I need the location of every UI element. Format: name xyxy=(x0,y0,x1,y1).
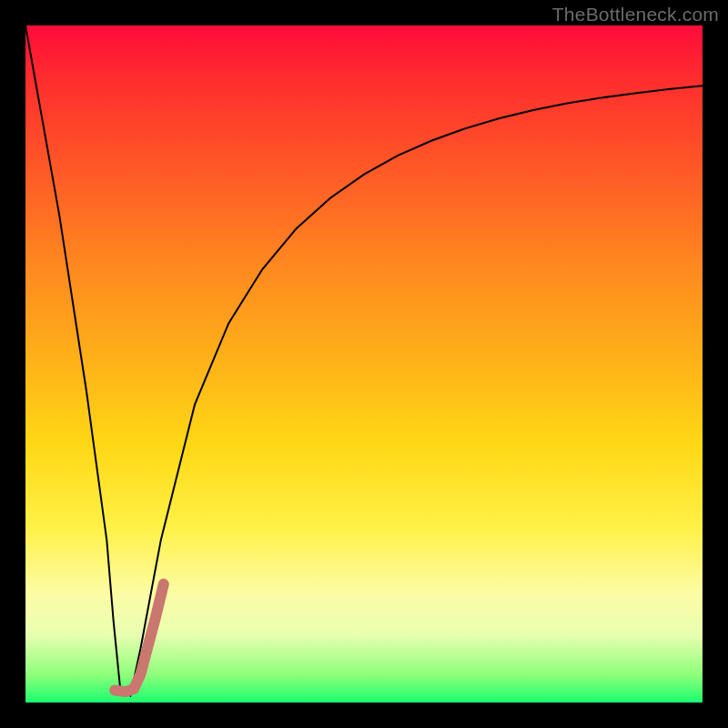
chart-svg xyxy=(25,25,703,703)
series-group xyxy=(25,25,703,696)
attribution-watermark: TheBottleneck.com xyxy=(552,4,719,25)
plot-area xyxy=(25,25,703,703)
chart-frame: TheBottleneck.com xyxy=(0,0,728,728)
series-highlight-segment xyxy=(115,584,164,692)
series-bottleneck-curve xyxy=(25,25,703,696)
